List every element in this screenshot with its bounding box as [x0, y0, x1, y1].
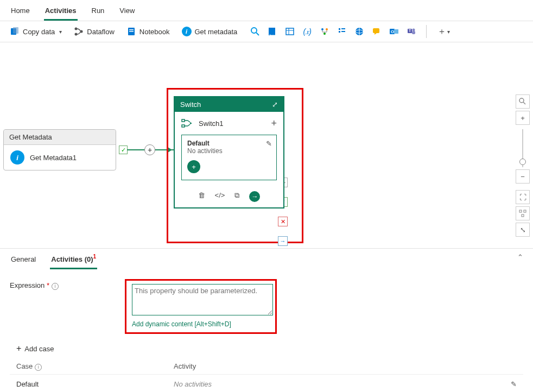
case-name-cell: Default	[16, 380, 174, 388]
svg-point-8	[251, 28, 257, 33]
tab-run[interactable]: Run	[91, 4, 106, 21]
svg-rect-6	[129, 29, 134, 30]
success-output-icon[interactable]: ✓	[119, 146, 128, 154]
script-icon[interactable]	[268, 27, 277, 36]
expand-icon[interactable]: ⤢	[272, 100, 278, 109]
svg-rect-20	[341, 31, 345, 32]
expression-label: Expression *i	[10, 279, 118, 290]
completion-output-icon[interactable]: →	[278, 236, 288, 246]
outlook-icon[interactable]: O	[389, 27, 399, 36]
fail-output-icon[interactable]: ✕	[278, 217, 288, 226]
tab-activities-config[interactable]: Activities (0)1	[50, 253, 97, 269]
svg-rect-32	[182, 119, 185, 122]
list-icon[interactable]	[337, 27, 347, 36]
zoom-slider[interactable]	[522, 129, 523, 167]
svg-rect-10	[269, 28, 275, 35]
copy-data-label: Copy data	[23, 28, 55, 36]
dataflow-icon	[74, 27, 84, 36]
chat-icon[interactable]	[372, 27, 382, 36]
zoom-out-button[interactable]: −	[516, 169, 530, 184]
case-title: Default	[187, 140, 271, 147]
zoom-handle[interactable]	[519, 159, 526, 165]
copy-icon[interactable]: ⧉	[234, 191, 239, 202]
tab-home[interactable]: Home	[10, 4, 31, 21]
get-metadata-label: Get metadata	[195, 28, 238, 36]
help-icon[interactable]: i	[52, 283, 59, 290]
default-case-box[interactable]: Default No activities ✎ +	[181, 135, 277, 180]
info-icon: i	[182, 27, 192, 36]
svg-rect-37	[524, 210, 526, 212]
svg-rect-17	[339, 28, 340, 30]
table-icon[interactable]	[285, 27, 295, 36]
get-metadata-button[interactable]: i Get metadata	[180, 24, 240, 39]
notebook-icon	[126, 27, 136, 36]
svg-rect-31	[412, 31, 415, 34]
variable-icon[interactable]: (𝑥)	[302, 27, 312, 36]
switch-icon	[181, 117, 193, 129]
svg-rect-24	[373, 28, 379, 33]
svg-rect-1	[13, 27, 18, 34]
svg-rect-11	[286, 28, 294, 35]
tab-activities[interactable]: Activities	[44, 4, 78, 21]
notebook-label: Notebook	[139, 28, 170, 36]
globe-icon[interactable]	[354, 27, 364, 36]
add-case-icon[interactable]: +	[271, 118, 277, 129]
copy-data-button[interactable]: Copy data ▾	[8, 24, 64, 39]
pipeline-icon[interactable]	[320, 27, 329, 36]
svg-point-30	[413, 29, 415, 31]
svg-line-9	[256, 33, 259, 35]
svg-text:O: O	[391, 29, 394, 34]
layout-button[interactable]	[516, 206, 530, 220]
code-icon[interactable]: </>	[215, 191, 225, 202]
table-row: Default No activities ✎	[10, 375, 523, 392]
add-dynamic-content-link[interactable]: Add dynamic content [Alt+Shift+D]	[132, 320, 270, 328]
expression-input[interactable]	[132, 284, 273, 315]
edit-row-icon[interactable]: ✎	[511, 380, 517, 388]
chevron-down-icon: ▾	[59, 29, 62, 35]
get-metadata-node[interactable]: Get Metadata i Get Metadata1	[3, 129, 116, 170]
search-icon[interactable]	[250, 27, 260, 36]
svg-rect-7	[129, 31, 134, 32]
minimize-button[interactable]: ⤡	[516, 223, 530, 237]
node-name: Get Metadata1	[30, 154, 77, 162]
tab-general[interactable]: General	[10, 253, 37, 269]
notebook-button[interactable]: Notebook	[124, 24, 172, 39]
svg-point-15	[326, 28, 328, 30]
add-activity-button[interactable]: +	[187, 160, 200, 173]
add-activity-button[interactable]: ＋▾	[436, 24, 450, 39]
teams-icon[interactable]: T	[407, 27, 416, 36]
add-case-button[interactable]: +Add case	[16, 344, 523, 353]
help-icon[interactable]: i	[35, 364, 42, 371]
pipeline-canvas[interactable]: Get Metadata i Get Metadata1 ✓ + ↷ ✓ ✕ →…	[0, 42, 533, 249]
go-icon[interactable]: →	[249, 191, 260, 202]
svg-point-3	[75, 33, 78, 36]
search-canvas-button[interactable]	[516, 94, 530, 109]
collapse-panel-icon[interactable]: ⌃	[517, 253, 523, 261]
svg-rect-36	[519, 210, 522, 212]
svg-rect-19	[341, 28, 345, 29]
svg-text:T: T	[409, 29, 411, 33]
svg-line-35	[523, 102, 525, 104]
cases-table-header: Casei Activity	[10, 359, 523, 375]
svg-point-2	[75, 28, 78, 30]
switch-node[interactable]: Switch ⤢ Switch1 + Default No activities…	[174, 96, 284, 208]
svg-rect-33	[182, 125, 185, 127]
edit-icon[interactable]: ✎	[266, 140, 272, 148]
fit-screen-button[interactable]: ⛶	[516, 190, 530, 204]
dataflow-label: Dataflow	[87, 28, 115, 36]
zoom-in-button[interactable]: +	[516, 111, 530, 125]
tab-view[interactable]: View	[118, 4, 136, 21]
node-header: Get Metadata	[4, 130, 116, 145]
delete-icon[interactable]: 🗑	[198, 191, 205, 202]
dataflow-button[interactable]: Dataflow	[72, 24, 117, 39]
add-connection-button[interactable]: +	[144, 144, 155, 155]
copy-data-icon	[10, 27, 20, 36]
svg-rect-38	[522, 214, 524, 217]
switch-header-label: Switch	[180, 100, 201, 109]
svg-rect-27	[394, 29, 398, 34]
highlight-expression: Add dynamic content [Alt+Shift+D]	[125, 279, 277, 334]
activity-cell: No activities	[174, 380, 511, 388]
case-subtitle: No activities	[187, 147, 271, 155]
info-icon: i	[10, 150, 24, 165]
svg-point-34	[519, 98, 524, 103]
